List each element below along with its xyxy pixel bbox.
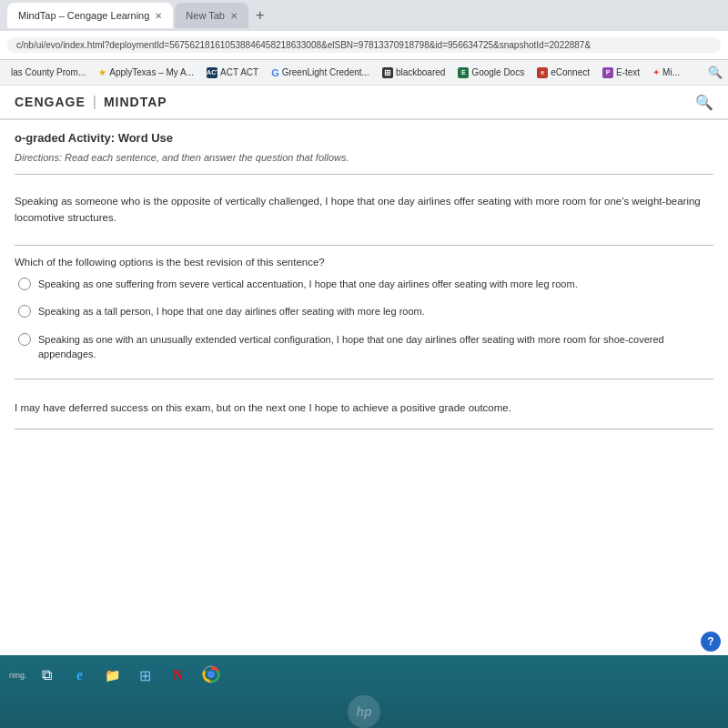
bookmark-act[interactable]: ACT ACT ACT — [201, 66, 264, 80]
search-icon[interactable]: 🔍 — [708, 66, 723, 79]
bookmark-greenlight-label: GreenLight Credent... — [282, 67, 369, 77]
loading-label: ning. — [9, 671, 27, 680]
bookmark-blackboard-label: blackboared — [396, 67, 445, 77]
tab-newtab[interactable]: New Tab ✕ — [175, 3, 248, 28]
activity-title: o-graded Activity: Word Use — [15, 131, 713, 145]
tab-mindtap-label: MindTap – Cengage Learning — [18, 10, 149, 21]
cengage-logo: CENGAGE — [15, 95, 86, 109]
separator-2 — [15, 245, 713, 246]
separator-4 — [15, 429, 713, 430]
help-button[interactable]: ? — [701, 632, 721, 652]
option-3[interactable]: Speaking as one with an unusually extend… — [18, 332, 713, 362]
act-icon: ACT — [207, 67, 217, 78]
bookmark-act-label: ACT ACT — [220, 67, 258, 77]
radio-3[interactable] — [18, 333, 31, 346]
url-bar[interactable]: c/nb/ui/evo/index.html?deploymentId=5675… — [7, 37, 721, 53]
option-2[interactable]: Speaking as a tall person, I hope that o… — [18, 304, 713, 319]
passage-text: Speaking as someone who is the opposite … — [15, 182, 713, 238]
hp-text: hp — [356, 704, 371, 719]
bookmark-mi-label: ✦ — [652, 67, 660, 77]
taskview-glyph: ⧉ — [42, 667, 52, 683]
option-2-text: Speaking as a tall person, I hope that o… — [38, 304, 425, 319]
tab-mindtap-close[interactable]: ✕ — [155, 11, 162, 21]
tab-newtab-close[interactable]: ✕ — [230, 11, 238, 21]
question-text: Which of the following options is the be… — [15, 257, 713, 268]
start-glyph: ⊞ — [139, 667, 151, 684]
bookmarks-bar: las County Prom... ★ ApplyTexas – My A..… — [0, 60, 728, 86]
radio-2[interactable] — [18, 305, 31, 318]
google-icon: G — [271, 67, 279, 78]
browser-window: MindTap – Cengage Learning ✕ New Tab ✕ +… — [0, 0, 728, 655]
main-content: o-graded Activity: Word Use Directions: … — [0, 120, 728, 655]
start-icon[interactable]: ⊞ — [133, 662, 158, 688]
bookmark-econnect-label: eConnect — [551, 67, 590, 77]
new-tab-button[interactable]: + — [250, 7, 269, 24]
mindtap-logo: MINDTAP — [104, 95, 167, 109]
address-bar: c/nb/ui/evo/index.html?deploymentId=5675… — [0, 31, 728, 60]
cengage-header: CENGAGE | MINDTAP 🔍 — [0, 86, 728, 120]
bookmark-county[interactable]: las County Prom... — [5, 66, 91, 79]
taskview-icon[interactable]: ⧉ — [35, 662, 60, 688]
bookmark-mi[interactable]: ✦ Mi... — [647, 66, 685, 79]
help-icon: ? — [707, 635, 713, 648]
hp-logo: hp — [348, 695, 380, 728]
folder-icon[interactable]: 📁 — [100, 662, 126, 688]
bookmark-applytexas[interactable]: ★ ApplyTexas – My A... — [93, 66, 199, 79]
bookmark-googledocs-label: Google Docs — [471, 67, 524, 77]
bookmark-etext-label: E-text — [616, 67, 640, 77]
bookmark-blackboard[interactable]: ⊞ blackboared — [377, 66, 450, 80]
tab-bar: MindTap – Cengage Learning ✕ New Tab ✕ + — [0, 0, 728, 31]
googledocs-icon: E — [458, 67, 469, 78]
chrome-glyph — [202, 665, 220, 686]
header-search-icon[interactable]: 🔍 — [695, 94, 713, 111]
tab-newtab-label: New Tab — [186, 10, 225, 21]
header-divider: | — [93, 94, 96, 110]
bookmark-googledocs[interactable]: E Google Docs — [452, 66, 530, 80]
folder-glyph: 📁 — [105, 668, 120, 682]
taskbar-icons-area: ning. ⧉ e 📁 ⊞ N — [0, 655, 728, 695]
separator-1 — [15, 174, 713, 175]
star-icon: ★ — [98, 67, 106, 77]
edge-icon[interactable]: e — [67, 662, 93, 688]
separator-3 — [15, 379, 713, 379]
taskbar: ning. ⧉ e 📁 ⊞ N — [0, 655, 728, 728]
options-list: Speaking as one suffering from severe ve… — [18, 277, 713, 362]
econnect-icon: e — [537, 67, 548, 78]
netflix-icon[interactable]: N — [166, 662, 191, 688]
bookmark-etext[interactable]: P E-text — [597, 66, 645, 80]
option-3-text: Speaking as one with an unusually extend… — [38, 332, 713, 362]
bookmark-county-label: las County Prom... — [11, 67, 86, 77]
bookmark-greenlight[interactable]: G GreenLight Credent... — [266, 66, 375, 80]
option-1-text: Speaking as one suffering from severe ve… — [38, 277, 578, 292]
blackboard-icon: ⊞ — [382, 67, 393, 78]
svg-point-1 — [207, 671, 215, 678]
taskbar-bottom: hp — [0, 695, 728, 728]
tab-mindtap[interactable]: MindTap – Cengage Learning ✕ — [7, 3, 173, 28]
chrome-icon[interactable] — [198, 662, 224, 688]
bookmark-applytexas-label: ApplyTexas – My A... — [109, 67, 194, 77]
etext-icon: P — [602, 67, 613, 78]
netflix-glyph: N — [173, 667, 184, 683]
bookmark-econnect[interactable]: e eConnect — [531, 66, 595, 80]
directions-text: Directions: Read each sentence, and then… — [15, 152, 713, 163]
option-1[interactable]: Speaking as one suffering from severe ve… — [18, 277, 713, 292]
radio-1[interactable] — [18, 278, 31, 290]
second-passage-text: I may have deferred success on this exam… — [15, 387, 713, 421]
edge-glyph: e — [76, 667, 83, 683]
bookmark-mi-text: Mi... — [662, 67, 680, 77]
